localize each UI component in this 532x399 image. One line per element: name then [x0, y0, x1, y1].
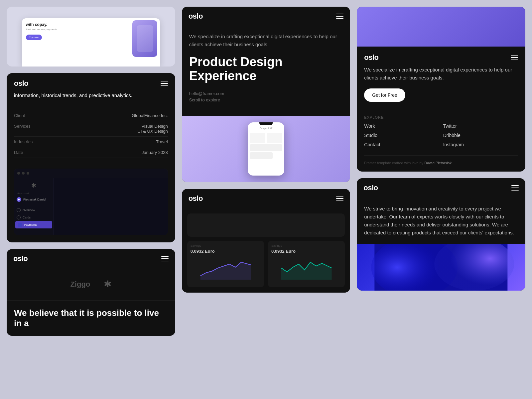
- column-2: oslo We specialize in crafting exception…: [182, 7, 350, 336]
- meta-label-industries: Industries: [14, 139, 33, 144]
- ziggo-asterisk-icon: ✱: [104, 279, 111, 290]
- get-free-button[interactable]: Get for Free: [364, 88, 405, 102]
- card-oslo-right: oslo We specialize in crafting exception…: [357, 7, 525, 172]
- explore-link-contact[interactable]: Contact: [364, 142, 439, 147]
- right-card-description: We specialize in crafting exceptional di…: [364, 66, 518, 82]
- hero-title: Product Design Experience: [189, 55, 343, 83]
- oslo-info-header: oslo: [7, 73, 175, 92]
- footer-credit: Framer template crafted with love by Daw…: [364, 155, 518, 165]
- oslo-logo-innovation: oslo: [363, 184, 378, 192]
- footer-author-name: Dawid Pietrasiak: [424, 161, 452, 165]
- card-oslo-innovation: oslo We strive to bring innovation and c…: [357, 178, 525, 291]
- explore-link-studio[interactable]: Studio: [364, 133, 439, 138]
- meta-row-client: Client GlobalFinance Inc.: [14, 110, 168, 121]
- meta-row-industries: Industries Travel: [14, 137, 168, 147]
- hero-scroll-label: Scroll to explore: [189, 97, 343, 102]
- copay-button[interactable]: Try now: [26, 35, 42, 40]
- meta-row-services: Services Visual DesignUI & UX Design: [14, 121, 168, 137]
- hero-preview: Compact XZ: [182, 116, 350, 182]
- oslo-info-description: information, historical trends, and pred…: [7, 92, 175, 105]
- explore-link-instagram[interactable]: Instagram: [443, 142, 518, 147]
- chart-mini-2: Savings 0.0932 Euro: [268, 241, 345, 287]
- meta-value-date: January 2023: [142, 150, 168, 155]
- column-1: with copay. Fast and secure payments Try…: [7, 7, 175, 336]
- hero-description: We specialize in crafting exceptional di…: [189, 33, 343, 49]
- chart-value-1: 0.0932 Euro: [191, 249, 261, 254]
- ziggo-headline: We believe that it is possible to live i…: [14, 308, 168, 329]
- meta-value-industries: Travel: [156, 139, 168, 144]
- chart-label-2: Savings: [271, 244, 341, 247]
- meta-value-services: Visual DesignUI & UX Design: [138, 124, 168, 134]
- explore-link-twitter[interactable]: Twitter: [443, 123, 518, 129]
- innovation-body: We strive to bring innovation and creati…: [357, 198, 525, 244]
- ziggo-body: We believe that it is possible to live i…: [7, 301, 175, 336]
- hamburger-menu-icon[interactable]: [161, 81, 168, 86]
- hamburger-menu-charts[interactable]: [336, 196, 343, 201]
- charts-placeholder-top: [187, 213, 345, 237]
- oslo-logo-ziggo: oslo: [13, 254, 28, 263]
- card-oslo-hero: oslo We specialize in crafting exception…: [182, 7, 350, 182]
- innovation-gradient-svg: [357, 244, 525, 291]
- meta-value-client: GlobalFinance Inc.: [132, 113, 168, 118]
- oslo-logo: oslo: [14, 79, 28, 88]
- innovation-preview: [357, 244, 525, 291]
- card-oslo-ziggo: oslo Ziggo ✱ We believe that it is possi…: [7, 249, 175, 336]
- oslo-logo-right: oslo: [364, 53, 378, 62]
- hamburger-menu-innovation[interactable]: [511, 185, 519, 191]
- explore-grid: Work Twitter Studio Dribbble Contact Ins…: [364, 123, 518, 147]
- hamburger-menu-hero[interactable]: [336, 14, 343, 19]
- explore-link-work[interactable]: Work: [364, 123, 439, 129]
- hero-email: hello@framer.com: [189, 91, 343, 96]
- ziggo-brand-name: Ziggo: [70, 280, 90, 289]
- footer-credit-text: Framer template crafted with love by: [364, 161, 423, 165]
- oslo-logo-hero: oslo: [189, 12, 203, 21]
- charts-grid: Savings 0.0932 Euro Savings 0.0932 Euro: [182, 237, 350, 293]
- meta-label-services: Services: [14, 124, 31, 134]
- charts-card-header: oslo: [182, 189, 350, 208]
- ziggo-logos-section: Ziggo ✱: [7, 268, 175, 301]
- masonry-layout: with copay. Fast and secure payments Try…: [0, 0, 532, 342]
- meta-row-date: Date January 2023: [14, 147, 168, 158]
- innovation-card-header: oslo: [357, 178, 525, 198]
- hamburger-menu-right[interactable]: [511, 55, 518, 60]
- hero-card-header: oslo: [182, 7, 350, 26]
- hamburger-menu-ziggo[interactable]: [161, 256, 169, 261]
- meta-label-client: Client: [14, 113, 25, 118]
- meta-table: Client GlobalFinance Inc. Services Visua…: [7, 105, 175, 163]
- ziggo-card-header: oslo: [7, 249, 175, 268]
- right-card-body: oslo We specialize in crafting exception…: [357, 47, 525, 172]
- oslo-logo-charts: oslo: [189, 194, 203, 203]
- card-oslo-charts: oslo Savings 0.0932 Euro Sa: [182, 189, 350, 293]
- phone-mockup: Compact XZ: [248, 122, 284, 176]
- column-3: oslo We specialize in crafting exception…: [357, 7, 525, 336]
- explore-label: EXPLORE: [364, 115, 518, 119]
- chart-svg-2: [271, 256, 341, 280]
- right-card-header: oslo: [364, 53, 518, 66]
- card-copay: with copay. Fast and secure payments Try…: [7, 7, 175, 66]
- chart-mini-1: Savings 0.0932 Euro: [187, 241, 264, 287]
- explore-section: EXPLORE Work Twitter Studio Dribbble Con…: [364, 110, 518, 147]
- card-oslo-info: oslo information, historical trends, and…: [7, 73, 175, 242]
- explore-link-dribbble[interactable]: Dribbble: [443, 133, 518, 138]
- hero-body: We specialize in crafting exceptional di…: [182, 26, 350, 116]
- right-card-preview: [357, 7, 525, 47]
- innovation-text: We strive to bring innovation and creati…: [364, 205, 518, 237]
- chart-label-1: Savings: [191, 244, 261, 247]
- hero-links: hello@framer.com Scroll to explore: [189, 91, 343, 102]
- meta-label-date: Date: [14, 150, 23, 155]
- ziggo-divider: [97, 278, 97, 291]
- mock-app-ui: ✱ Account ▶ Pietrasiak Dawid Overview: [14, 169, 168, 235]
- chart-svg-1: [191, 256, 261, 280]
- phone-notch: [259, 122, 273, 125]
- chart-value-2: 0.0932 Euro: [271, 249, 341, 254]
- phone-screen: Compact XZ: [248, 125, 284, 161]
